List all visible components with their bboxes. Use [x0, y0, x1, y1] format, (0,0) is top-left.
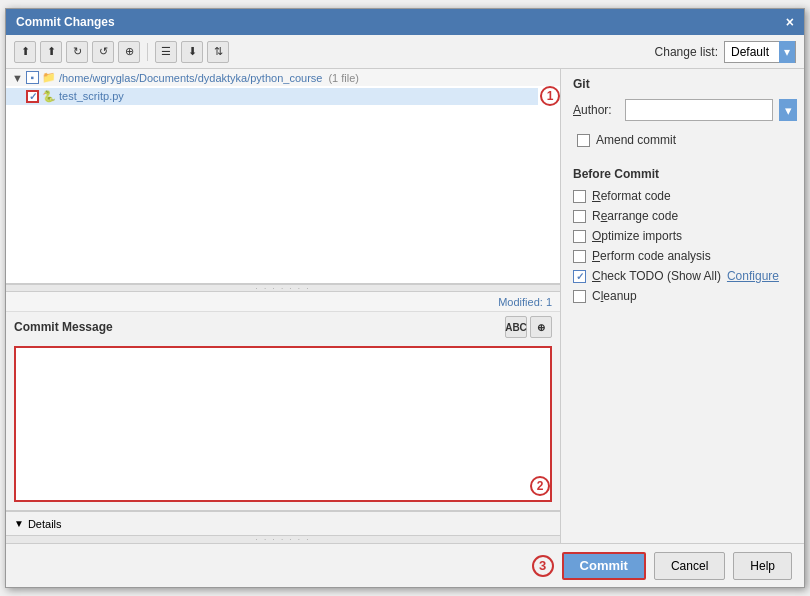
before-commit-reformat: Reformat code: [573, 189, 797, 203]
help-button[interactable]: Help: [733, 552, 792, 580]
cleanup-checkbox[interactable]: [573, 290, 586, 303]
file-icon: 🐍: [42, 90, 56, 103]
reformat-checkbox[interactable]: [573, 190, 586, 203]
file-row-wrapper: 🐍 test_scritp.py 1: [6, 86, 560, 106]
toolbar-btn-1[interactable]: ⬆: [14, 41, 36, 63]
rearrange-label[interactable]: Rearrange code: [592, 209, 678, 223]
cleanup-label[interactable]: Cleanup: [592, 289, 637, 303]
commit-message-header: Commit Message ABC ⊕: [6, 312, 560, 342]
toolbar: ⬆ ⬆ ↻ ↺ ⊕ ☰ ⬇ ⇅ Change list: Default ▾: [6, 35, 804, 69]
commit-message-tools: ABC ⊕: [505, 316, 552, 338]
perform-label[interactable]: Perform code analysis: [592, 249, 711, 263]
annotation-3: 3: [532, 555, 554, 577]
before-commit-cleanup: Cleanup: [573, 289, 797, 303]
commit-dialog: Commit Changes × ⬆ ⬆ ↻ ↺ ⊕ ☰ ⬇ ⇅ Change …: [5, 8, 805, 588]
details-collapse-icon[interactable]: ▼: [14, 518, 24, 529]
separator-1: [147, 43, 148, 61]
configure-link[interactable]: Configure: [727, 269, 779, 283]
folder-checkbox[interactable]: [26, 71, 39, 84]
amend-commit-checkbox[interactable]: [577, 134, 590, 147]
before-commit-optimize: Optimize imports: [573, 229, 797, 243]
optimize-label[interactable]: Optimize imports: [592, 229, 682, 243]
commit-message-label: Commit Message: [14, 320, 113, 334]
amend-commit-label[interactable]: Amend commit: [596, 133, 676, 147]
change-list-select[interactable]: Default ▾: [724, 41, 796, 63]
before-commit-label: Before Commit: [573, 167, 797, 181]
toolbar-btn-4[interactable]: ↺: [92, 41, 114, 63]
toolbar-btn-3[interactable]: ↻: [66, 41, 88, 63]
folder-icon: 📁: [42, 71, 56, 84]
details-bar[interactable]: ▼ Details: [6, 511, 560, 535]
rearrange-checkbox[interactable]: [573, 210, 586, 223]
bottom-bar: 3 Commit Cancel Help: [6, 543, 804, 587]
change-list-label: Change list:: [655, 45, 718, 59]
checktodo-checkbox[interactable]: [573, 270, 586, 283]
commit-message-section: Commit Message ABC ⊕ 2: [6, 312, 560, 511]
main-area: ▼ 📁 /home/wgryglas/Documents/dydaktyka/p…: [6, 69, 804, 543]
annotation-2: 2: [530, 476, 550, 496]
commit-button[interactable]: Commit: [562, 552, 646, 580]
change-list-area: Change list: Default ▾: [655, 41, 796, 63]
git-label: Git: [573, 77, 797, 91]
folder-path: /home/wgryglas/Documents/dydaktyka/pytho…: [59, 72, 323, 84]
file-checkbox[interactable]: [26, 90, 39, 103]
drag-handle-2[interactable]: · · · · · · ·: [6, 535, 560, 543]
folder-count: (1 file): [328, 72, 359, 84]
annotation-1: 1: [540, 86, 560, 106]
drag-handle-1[interactable]: · · · · · · ·: [6, 284, 560, 292]
commit-tools-icon[interactable]: ⊕: [530, 316, 552, 338]
change-list-value: Default: [725, 45, 775, 59]
commit-message-input[interactable]: [14, 346, 552, 502]
before-commit-checktodo: Check TODO (Show All) Configure: [573, 269, 797, 283]
reformat-label[interactable]: Reformat code: [592, 189, 671, 203]
close-icon[interactable]: ×: [786, 14, 794, 30]
toolbar-btn-6[interactable]: ☰: [155, 41, 177, 63]
toolbar-btn-7[interactable]: ⬇: [181, 41, 203, 63]
title-bar: Commit Changes ×: [6, 9, 804, 35]
file-row[interactable]: 🐍 test_scritp.py: [6, 88, 538, 105]
author-label: Author:: [573, 103, 619, 117]
perform-checkbox[interactable]: [573, 250, 586, 263]
toolbar-btn-8[interactable]: ⇅: [207, 41, 229, 63]
change-list-dropdown-icon[interactable]: ▾: [779, 41, 795, 63]
amend-commit-row: Amend commit: [577, 133, 797, 147]
dialog-title: Commit Changes: [16, 15, 115, 29]
author-input[interactable]: [625, 99, 773, 121]
author-row: Author: ▾: [573, 99, 797, 121]
toolbar-btn-2[interactable]: ⬆: [40, 41, 62, 63]
before-commit-perform: Perform code analysis: [573, 249, 797, 263]
author-dropdown-btn[interactable]: ▾: [779, 99, 797, 121]
folder-row[interactable]: ▼ 📁 /home/wgryglas/Documents/dydaktyka/p…: [6, 69, 560, 86]
checktodo-label[interactable]: Check TODO (Show All): [592, 269, 721, 283]
toolbar-btn-5[interactable]: ⊕: [118, 41, 140, 63]
right-panel: Git Author: ▾ Amend commit Before Commit…: [561, 69, 804, 543]
modified-label: Modified: 1: [498, 296, 552, 308]
details-label: Details: [28, 518, 62, 530]
file-tree: ▼ 📁 /home/wgryglas/Documents/dydaktyka/p…: [6, 69, 560, 284]
modified-status: Modified: 1: [6, 292, 560, 312]
file-name: test_scritp.py: [59, 90, 124, 102]
before-commit-rearrange: Rearrange code: [573, 209, 797, 223]
spell-check-icon[interactable]: ABC: [505, 316, 527, 338]
optimize-checkbox[interactable]: [573, 230, 586, 243]
left-panel: ▼ 📁 /home/wgryglas/Documents/dydaktyka/p…: [6, 69, 561, 543]
cancel-button[interactable]: Cancel: [654, 552, 725, 580]
folder-collapse-icon[interactable]: ▼: [12, 72, 23, 84]
